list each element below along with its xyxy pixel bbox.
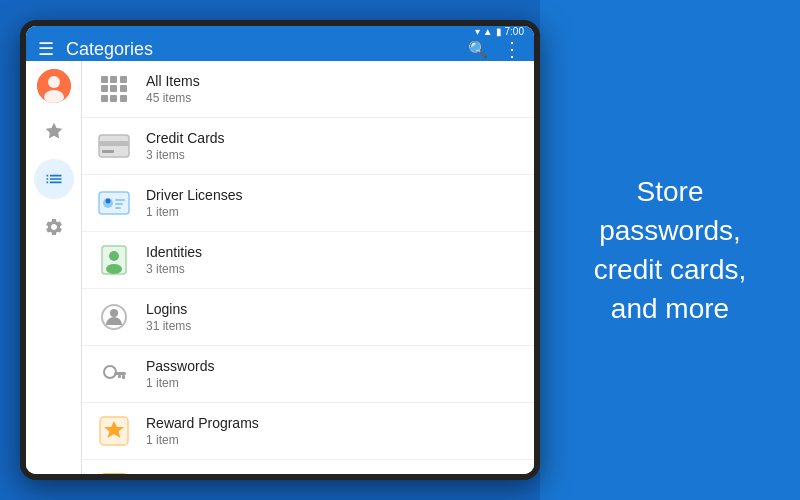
reward-programs-info: Reward Programs 1 item bbox=[146, 415, 520, 447]
passwords-icon bbox=[96, 356, 132, 392]
more-options-button[interactable]: ⋮ bbox=[502, 37, 522, 61]
passwords-count: 1 item bbox=[146, 376, 520, 390]
category-item-passwords[interactable]: Passwords 1 item bbox=[82, 346, 534, 403]
svg-rect-20 bbox=[118, 375, 121, 378]
category-item-identities[interactable]: Identities 3 items bbox=[82, 232, 534, 289]
svg-point-17 bbox=[104, 366, 116, 378]
credit-cards-name: Credit Cards bbox=[146, 130, 520, 147]
sidebar-item-categories[interactable] bbox=[34, 159, 74, 199]
svg-point-14 bbox=[106, 264, 122, 274]
sidebar-item-settings[interactable] bbox=[34, 207, 74, 247]
search-button[interactable]: 🔍 bbox=[468, 40, 488, 59]
reward-programs-icon bbox=[96, 413, 132, 449]
svg-rect-9 bbox=[115, 199, 125, 201]
sidebar-item-favorites[interactable] bbox=[34, 111, 74, 151]
menu-button[interactable]: ☰ bbox=[38, 38, 54, 60]
signal-icon: ▲ bbox=[483, 26, 493, 37]
reward-programs-count: 1 item bbox=[146, 433, 520, 447]
category-item-logins[interactable]: Logins 31 items bbox=[82, 289, 534, 346]
promo-text: Store passwords, credit cards, and more bbox=[574, 152, 767, 349]
sidebar bbox=[26, 61, 82, 474]
credit-cards-icon bbox=[96, 128, 132, 164]
app-bar-actions: 🔍 ⋮ bbox=[468, 37, 522, 61]
credit-cards-info: Credit Cards 3 items bbox=[146, 130, 520, 162]
identities-icon bbox=[96, 242, 132, 278]
svg-rect-18 bbox=[114, 372, 126, 375]
wifi-icon: ▾ bbox=[475, 26, 480, 37]
passwords-info: Passwords 1 item bbox=[146, 358, 520, 390]
category-item-credit-cards[interactable]: Credit Cards 3 items bbox=[82, 118, 534, 175]
category-item-secure-notes[interactable]: Secure Notes 2 items bbox=[82, 460, 534, 474]
secure-notes-info: Secure Notes 2 items bbox=[146, 472, 520, 474]
time-display: 7:00 bbox=[505, 26, 524, 37]
driver-licenses-count: 1 item bbox=[146, 205, 520, 219]
identities-name: Identities bbox=[146, 244, 520, 261]
all-items-name: All Items bbox=[146, 73, 520, 90]
category-list: All Items 45 items bbox=[82, 61, 534, 474]
tablet-screen: ▾ ▲ ▮ 7:00 ☰ Categories 🔍 ⋮ bbox=[26, 26, 534, 474]
svg-rect-19 bbox=[122, 375, 125, 379]
promo-line4: and more bbox=[611, 293, 729, 324]
sidebar-item-avatar[interactable] bbox=[37, 69, 71, 103]
promo-line2: passwords, bbox=[599, 215, 741, 246]
status-icons: ▾ ▲ ▮ 7:00 bbox=[475, 26, 524, 37]
right-panel: Store passwords, credit cards, and more bbox=[540, 0, 800, 500]
all-items-info: All Items 45 items bbox=[146, 73, 520, 105]
status-bar: ▾ ▲ ▮ 7:00 bbox=[26, 26, 534, 37]
svg-rect-5 bbox=[102, 150, 114, 153]
svg-rect-11 bbox=[115, 207, 121, 209]
identities-info: Identities 3 items bbox=[146, 244, 520, 276]
credit-cards-count: 3 items bbox=[146, 148, 520, 162]
category-item-all-items[interactable]: All Items 45 items bbox=[82, 61, 534, 118]
promo-line1: Store bbox=[637, 176, 704, 207]
driver-licenses-icon bbox=[96, 185, 132, 221]
logins-name: Logins bbox=[146, 301, 520, 318]
svg-point-16 bbox=[110, 309, 118, 317]
svg-point-8 bbox=[106, 199, 111, 204]
driver-licenses-info: Driver Licenses 1 item bbox=[146, 187, 520, 219]
all-items-count: 45 items bbox=[146, 91, 520, 105]
logins-count: 31 items bbox=[146, 319, 520, 333]
reward-programs-name: Reward Programs bbox=[146, 415, 520, 432]
promo-line3: credit cards, bbox=[594, 254, 747, 285]
category-item-reward-programs[interactable]: Reward Programs 1 item bbox=[82, 403, 534, 460]
outer-container: Store passwords, credit cards, and more … bbox=[0, 0, 800, 500]
main-content: All Items 45 items bbox=[26, 61, 534, 474]
secure-notes-icon bbox=[96, 470, 132, 474]
svg-point-1 bbox=[48, 76, 60, 88]
driver-licenses-name: Driver Licenses bbox=[146, 187, 520, 204]
tablet-device: ▾ ▲ ▮ 7:00 ☰ Categories 🔍 ⋮ bbox=[20, 20, 540, 480]
logins-info: Logins 31 items bbox=[146, 301, 520, 333]
secure-notes-name: Secure Notes bbox=[146, 472, 520, 474]
identities-count: 3 items bbox=[146, 262, 520, 276]
battery-icon: ▮ bbox=[496, 26, 502, 37]
svg-point-13 bbox=[109, 251, 119, 261]
passwords-name: Passwords bbox=[146, 358, 520, 375]
all-items-icon bbox=[96, 71, 132, 107]
category-item-driver-licenses[interactable]: Driver Licenses 1 item bbox=[82, 175, 534, 232]
svg-rect-4 bbox=[99, 141, 129, 146]
app-bar-title: Categories bbox=[66, 39, 456, 60]
app-bar: ☰ Categories 🔍 ⋮ bbox=[26, 37, 534, 61]
logins-icon bbox=[96, 299, 132, 335]
svg-rect-10 bbox=[115, 203, 123, 205]
